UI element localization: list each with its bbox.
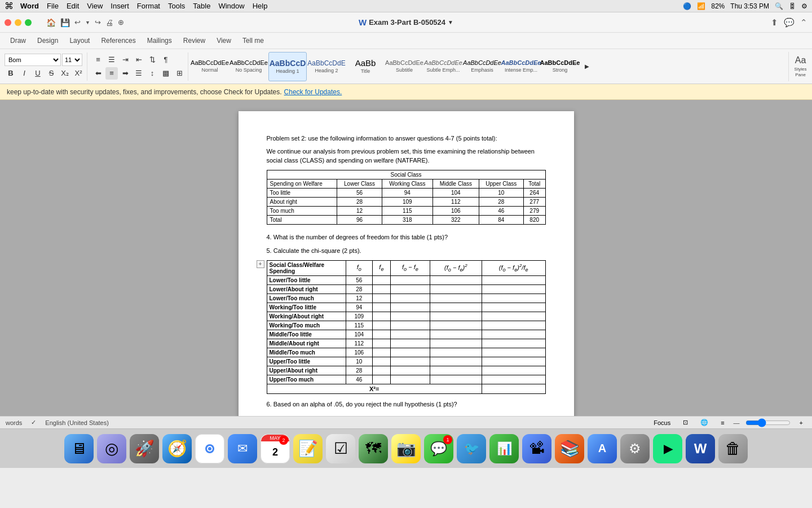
dock-trash[interactable]: 🗑 bbox=[718, 434, 748, 463]
ribbon-toggle-icon[interactable]: ⌃ bbox=[800, 17, 807, 28]
tab-layout[interactable]: Layout bbox=[64, 34, 95, 47]
apple-logo[interactable]: ⌘ bbox=[5, 1, 14, 11]
document-area[interactable]: Problem set 2: use the following informa… bbox=[0, 100, 812, 416]
undo-dropdown-icon[interactable]: ▼ bbox=[85, 20, 90, 25]
menu-view[interactable]: View bbox=[87, 2, 103, 10]
numbering-button[interactable]: ☰ bbox=[105, 54, 118, 66]
menu-window[interactable]: Window bbox=[218, 2, 244, 10]
close-button[interactable] bbox=[5, 19, 11, 26]
dock-maps[interactable]: 🗺 bbox=[359, 434, 388, 463]
decrease-indent-button[interactable]: ⇤ bbox=[133, 54, 145, 66]
tab-design[interactable]: Design bbox=[32, 34, 64, 47]
language-indicator[interactable]: English (United States) bbox=[45, 419, 109, 426]
line-spacing-button[interactable]: ↕ bbox=[146, 67, 158, 80]
style-subtitle[interactable]: AaBbCcDdEe Subtitle bbox=[385, 52, 423, 81]
dock-airmail[interactable]: ✉ bbox=[228, 434, 257, 463]
indent-button[interactable]: ⇥ bbox=[119, 54, 131, 66]
align-left-button[interactable]: ⬅ bbox=[92, 67, 104, 80]
menu-help[interactable]: Help bbox=[253, 2, 268, 10]
strikethrough-button[interactable]: S bbox=[45, 67, 58, 80]
styles-scroll-right[interactable]: ▶ bbox=[581, 60, 593, 73]
style-normal[interactable]: AaBbCcDdEe Normal bbox=[191, 52, 229, 81]
dock-photos[interactable]: 📷 bbox=[391, 434, 421, 463]
menu-table[interactable]: Table bbox=[193, 2, 210, 10]
spell-check-indicator[interactable]: ✓ bbox=[31, 419, 36, 426]
dock-launchpad[interactable]: 🚀 bbox=[130, 434, 159, 463]
style-heading1[interactable]: AaBbCcD Heading 1 bbox=[268, 52, 307, 81]
dock-chrome[interactable] bbox=[195, 434, 224, 463]
menu-format[interactable]: Format bbox=[137, 2, 160, 10]
bullets-button[interactable]: ≡ bbox=[92, 54, 104, 66]
menu-file[interactable]: File bbox=[47, 2, 59, 10]
menu-edit[interactable]: Edit bbox=[67, 2, 79, 10]
home-icon[interactable]: 🏠 bbox=[46, 18, 56, 27]
style-strong[interactable]: AaBbCcDdEe Strong bbox=[541, 52, 579, 81]
zoom-slider[interactable] bbox=[745, 419, 791, 427]
share-icon[interactable]: ⬆ bbox=[771, 17, 778, 28]
web-layout-button[interactable]: 🌐 bbox=[697, 418, 712, 428]
style-subtle-emphasis[interactable]: AaBbCcDdEe Subtle Emph... bbox=[424, 52, 462, 81]
undo-icon[interactable]: ↩ bbox=[74, 18, 81, 27]
font-size-select[interactable]: 11 bbox=[62, 54, 82, 66]
sort-button[interactable]: ⇅ bbox=[146, 54, 158, 66]
font-name-select[interactable]: Bom bbox=[5, 54, 61, 66]
subscript-button[interactable]: X₂ bbox=[59, 67, 71, 80]
control-center-icon[interactable]: 🎛 bbox=[789, 2, 796, 10]
dock-sysprefs[interactable]: ⚙ bbox=[620, 434, 650, 463]
dock-safari[interactable]: 🧭 bbox=[162, 434, 192, 463]
comments-icon[interactable]: 💬 bbox=[784, 17, 795, 28]
dock-twitter[interactable]: 🐦 bbox=[457, 434, 486, 463]
print-layout-button[interactable]: ⊡ bbox=[679, 418, 691, 428]
focus-button[interactable]: Focus bbox=[650, 418, 674, 428]
shading-button[interactable]: ▩ bbox=[160, 67, 172, 80]
underline-button[interactable]: U bbox=[32, 67, 44, 80]
style-heading2[interactable]: AaBbCcDdE Heading 2 bbox=[307, 52, 346, 81]
dock-finder[interactable]: 🖥 bbox=[64, 434, 94, 463]
minimize-button[interactable] bbox=[15, 19, 21, 26]
tab-tellme[interactable]: Tell me bbox=[237, 34, 270, 47]
dock-numbers[interactable]: 📊 bbox=[489, 434, 519, 463]
settings-icon[interactable]: ⚙ bbox=[801, 2, 807, 10]
styles-pane-button[interactable]: Aa StylesPane bbox=[788, 52, 810, 81]
superscript-button[interactable]: X² bbox=[72, 67, 85, 80]
style-title[interactable]: AaBb Title bbox=[346, 52, 385, 81]
expand-table-button[interactable]: + bbox=[257, 260, 264, 268]
redo-icon[interactable]: ↪ bbox=[95, 18, 101, 27]
dock-books[interactable]: 📚 bbox=[555, 434, 584, 463]
justify-button[interactable]: ☰ bbox=[133, 67, 145, 80]
tab-review[interactable]: Review bbox=[178, 34, 211, 47]
tab-references[interactable]: References bbox=[95, 34, 141, 47]
menu-word[interactable]: Word bbox=[20, 2, 39, 10]
show-formatting-button[interactable]: ¶ bbox=[160, 54, 172, 66]
dock-calendar[interactable]: MAY 2 2 bbox=[261, 434, 290, 463]
borders-button[interactable]: ⊞ bbox=[173, 67, 186, 80]
tab-view[interactable]: View bbox=[211, 34, 237, 47]
dock-notes[interactable]: 📝 bbox=[293, 434, 323, 463]
dock-reminders[interactable]: ☑ bbox=[326, 434, 355, 463]
dock-siri[interactable]: ◎ bbox=[97, 434, 126, 463]
menu-insert[interactable]: Insert bbox=[111, 2, 129, 10]
dock-messages[interactable]: 💬 1 bbox=[424, 434, 453, 463]
zoom-in-button[interactable]: + bbox=[796, 418, 806, 428]
tab-mailings[interactable]: Mailings bbox=[142, 34, 178, 47]
italic-button[interactable]: I bbox=[18, 67, 30, 80]
print-icon[interactable]: 🖨 bbox=[105, 18, 113, 27]
style-emphasis[interactable]: AaBbCcDdEe Emphasis bbox=[463, 52, 501, 81]
align-right-button[interactable]: ➡ bbox=[119, 67, 131, 80]
dock-word[interactable]: W bbox=[686, 434, 715, 463]
menu-tools[interactable]: Tools bbox=[168, 2, 185, 10]
tab-draw[interactable]: Draw bbox=[5, 34, 32, 47]
outline-view-button[interactable]: ≡ bbox=[717, 418, 727, 428]
dock-keynote[interactable]: 📽 bbox=[522, 434, 551, 463]
maximize-button[interactable] bbox=[25, 19, 32, 26]
check-updates-link[interactable]: Check for Updates. bbox=[284, 88, 342, 96]
search-icon[interactable]: 🔍 bbox=[775, 2, 783, 10]
align-center-button[interactable]: ≡ bbox=[105, 67, 118, 80]
dock-hulu[interactable]: ▶ bbox=[653, 434, 682, 463]
save-icon[interactable]: 💾 bbox=[60, 18, 70, 27]
dock-appstore[interactable]: A bbox=[588, 434, 617, 463]
style-no-spacing[interactable]: AaBbCcDdEe No Spacing bbox=[230, 52, 268, 81]
customize-icon[interactable]: ⊕ bbox=[118, 18, 124, 27]
bold-button[interactable]: B bbox=[5, 67, 17, 80]
style-intense-emphasis[interactable]: AaBbCcDdEe Intense Emp... bbox=[502, 52, 540, 81]
